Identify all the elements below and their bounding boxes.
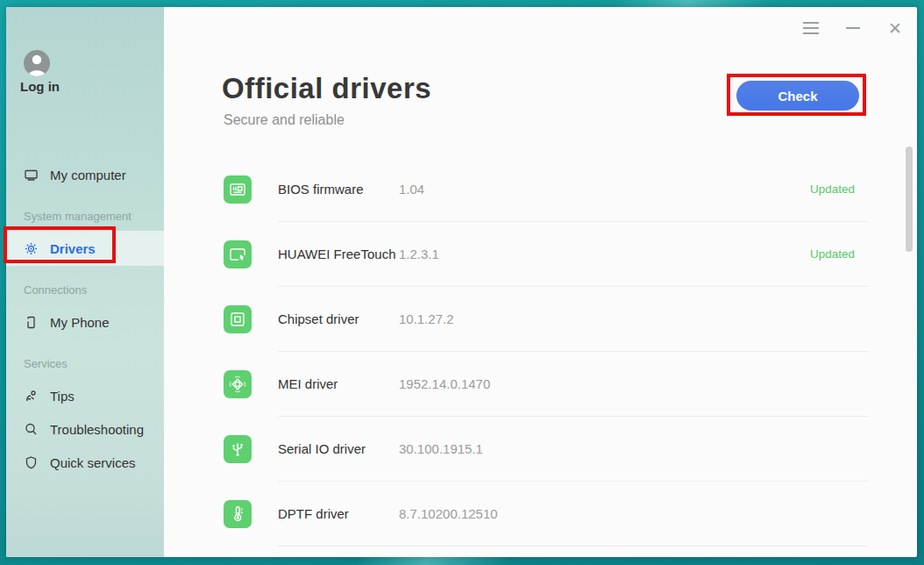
sidebar-item-label: My Phone — [50, 315, 110, 330]
driver-name: BIOS firmware — [278, 157, 364, 222]
shield-icon — [24, 455, 39, 470]
driver-version: 1.2.3.1 — [399, 222, 439, 287]
touchpad-icon — [224, 240, 252, 268]
driver-name: Serial IO driver — [278, 417, 366, 482]
sidebar-item-my-phone[interactable]: My Phone — [24, 311, 110, 333]
driver-name: Chipset driver — [278, 287, 359, 352]
sidebar-item-quick-services[interactable]: Quick services — [24, 451, 136, 474]
scrollbar-thumb[interactable] — [906, 147, 913, 252]
menu-icon[interactable] — [801, 18, 821, 38]
computer-icon — [24, 168, 39, 182]
sidebar-item-drivers[interactable]: Drivers — [24, 237, 96, 260]
minimize-icon[interactable] — [843, 18, 863, 38]
sidebar-section-system-management: System management — [24, 210, 131, 223]
phone-icon — [24, 315, 39, 330]
driver-name: HUAWEI FreeTouch — [278, 222, 395, 287]
thermometer-icon — [224, 500, 252, 528]
sidebar-item-troubleshooting[interactable]: Troubleshooting — [24, 418, 144, 440]
sidebar-item-tips[interactable]: Tips — [24, 384, 75, 407]
check-button[interactable]: Check — [736, 81, 859, 111]
sidebar-item-label: Troubleshooting — [50, 422, 144, 437]
driver-row: BIOS firmware 1.04 Updated — [224, 157, 868, 222]
row-divider — [278, 546, 868, 547]
usb-icon — [224, 435, 252, 463]
close-icon[interactable]: ✕ — [885, 18, 905, 38]
bios-icon — [224, 175, 252, 204]
sidebar: Log in My computer System management — [6, 7, 164, 557]
driver-row: DPTF driver 8.7.10200.12510 — [224, 482, 868, 547]
page-title: Official drivers — [222, 72, 431, 105]
sidebar-item-label: Drivers — [50, 241, 96, 256]
driver-row: Serial IO driver 30.100.1915.1 — [224, 417, 868, 482]
driver-name: DPTF driver — [278, 482, 349, 547]
login-label[interactable]: Log in — [20, 79, 60, 94]
chipset-icon — [224, 305, 252, 333]
driver-version: 8.7.10200.12510 — [399, 482, 498, 547]
driver-version: 30.100.1915.1 — [399, 417, 483, 482]
driver-row: HUAWEI FreeTouch 1.2.3.1 Updated — [224, 222, 868, 287]
page-subtitle: Secure and reliable — [224, 112, 345, 128]
sidebar-section-services: Services — [24, 357, 68, 370]
driver-version: 10.1.27.2 — [399, 287, 454, 352]
driver-name: MEI driver — [278, 352, 338, 417]
sidebar-section-connections: Connections — [24, 283, 87, 297]
app-window: Log in My computer System management — [6, 7, 917, 557]
driver-version: 1.04 — [399, 157, 424, 222]
sidebar-item-label: My computer — [50, 168, 126, 182]
mei-chip-icon — [224, 370, 252, 398]
chip-gear-icon — [24, 241, 39, 256]
window-controls: ✕ — [801, 16, 905, 40]
sidebar-item-label: Tips — [50, 389, 75, 404]
magnifier-icon — [24, 422, 39, 437]
user-avatar[interactable] — [24, 50, 50, 76]
driver-status: Updated — [810, 222, 855, 287]
driver-version: 1952.14.0.1470 — [399, 352, 490, 417]
tips-icon — [24, 389, 39, 404]
sidebar-item-label: Quick services — [50, 455, 136, 470]
person-icon — [24, 50, 50, 76]
driver-row: Chipset driver 10.1.27.2 — [224, 287, 868, 352]
driver-row: MEI driver 1952.14.0.1470 — [224, 352, 868, 417]
driver-status: Updated — [810, 157, 855, 222]
sidebar-item-my-computer[interactable]: My computer — [24, 163, 126, 186]
